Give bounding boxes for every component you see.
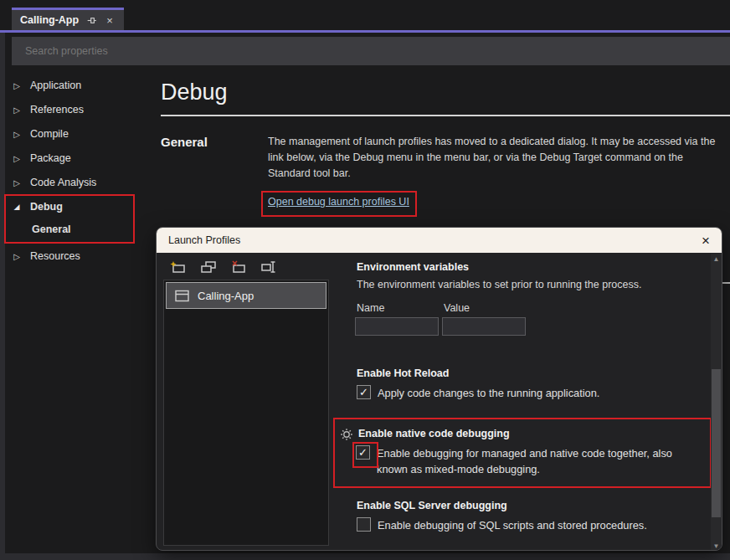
sql-debug-heading: Enable SQL Server debugging [357,500,507,511]
tab-title: Calling-App [20,14,79,26]
native-debug-checkbox[interactable]: ✓ [356,445,370,460]
search-input[interactable] [12,37,730,65]
delete-profile-icon[interactable] [229,258,249,276]
native-debug-label: Enable debugging for managed and native … [377,445,688,477]
profiles-toolbar [168,258,279,276]
env-vars-description: The environment variables to set prior t… [357,279,641,290]
sidebar-item-package[interactable]: ▷ Package [12,149,71,167]
hot-reload-row: ✓ Apply code changes to the running appl… [357,385,599,401]
open-launch-profiles-link[interactable]: Open debug launch profiles UI [268,196,409,208]
dialog-close-icon[interactable]: × [702,234,710,248]
sidebar-item-compile[interactable]: ▷ Compile [12,125,69,143]
divider-fragment [722,282,730,284]
sidebar-item-code-analysis[interactable]: ▷ Code Analysis [12,173,96,192]
chevron-right-icon: ▷ [12,81,22,90]
native-debug-heading: Enable native code debugging [358,428,510,439]
scroll-down-icon[interactable]: ▼ [711,541,722,551]
chevron-right-icon: ▷ [12,252,22,261]
hot-reload-checkbox[interactable]: ✓ [357,385,371,399]
bottom-scrollbar-strip[interactable] [0,553,730,560]
rename-profile-icon[interactable] [259,258,279,276]
hot-reload-label: Apply code changes to the running applic… [378,385,599,401]
sidebar-item-debug-general[interactable]: General [32,220,71,239]
chevron-right-icon: ▷ [12,154,22,163]
sql-debug-row: Enable debugging of SQL scripts and stor… [357,517,647,533]
launch-profiles-dialog: Launch Profiles × [156,227,722,551]
general-section-label: General [161,135,208,149]
env-value-label: Value [444,302,470,314]
sql-debug-checkbox[interactable] [357,517,371,532]
properties-page: Calling-App × ▷ Application ▷ References… [0,0,730,560]
app-window-icon [175,290,189,302]
hot-reload-heading: Enable Hot Reload [357,367,449,379]
env-vars-heading: Environment variables [357,261,469,273]
chevron-right-icon: ▷ [12,178,22,188]
general-section-description: The management of launch profiles has mo… [268,134,717,182]
heading-divider [161,115,730,116]
sidebar-item-resources[interactable]: ▷ Resources [12,247,80,265]
sidebar-item-debug[interactable]: ◢ Debug [12,198,63,216]
new-profile-icon[interactable] [168,258,188,276]
chevron-right-icon: ▷ [12,130,22,139]
sidebar-item-application[interactable]: ▷ Application [12,76,81,95]
sidebar-item-references[interactable]: ▷ References [12,100,84,119]
sql-debug-label: Enable debugging of SQL scripts and stor… [378,517,647,533]
scrollbar-thumb[interactable] [712,369,721,517]
duplicate-profile-icon[interactable] [198,258,218,276]
native-debug-row: ✓ Enable debugging for managed and nativ… [356,445,688,477]
dialog-title: Launch Profiles [168,234,240,246]
chevron-right-icon: ▷ [12,105,22,115]
left-scrollbar-strip[interactable] [0,33,5,560]
profile-item-calling-app[interactable]: Calling-App [166,282,326,309]
env-name-label: Name [357,302,384,314]
page-title: Debug [161,80,228,105]
dialog-scrollbar[interactable]: ▲ ▼ [711,254,722,551]
chevron-expanded-icon: ◢ [12,203,22,211]
gear-icon [340,428,353,441]
close-icon[interactable]: × [104,14,116,26]
env-name-input[interactable] [355,317,439,336]
profiles-list: Calling-App [163,280,329,546]
pin-icon[interactable] [85,14,97,26]
dialog-titlebar[interactable]: Launch Profiles × [157,228,722,253]
scroll-up-icon[interactable]: ▲ [711,254,722,265]
accent-line [0,30,730,33]
tab-calling-app[interactable]: Calling-App × [12,8,124,30]
env-value-input[interactable] [442,317,526,336]
